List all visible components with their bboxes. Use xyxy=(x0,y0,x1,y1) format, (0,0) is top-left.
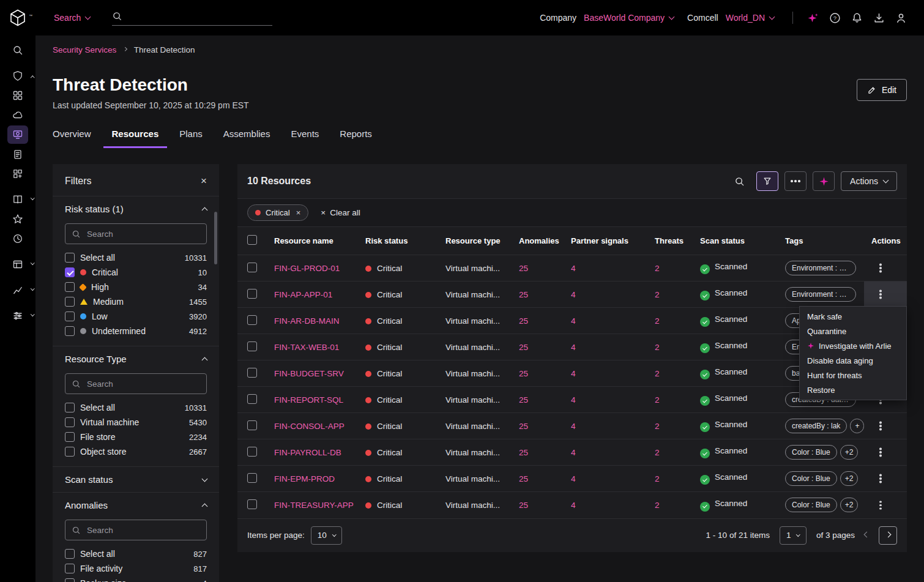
clear-all-filters[interactable]: × Clear all xyxy=(321,208,360,217)
table-row[interactable]: FIN-TREASURY-APP Critical Virtual machi.… xyxy=(237,492,907,518)
sidebar-monitoring-group[interactable] xyxy=(7,281,28,299)
tag-overflow-pill[interactable]: +2 xyxy=(840,445,859,460)
filter-checkbox[interactable] xyxy=(65,297,75,307)
table-row[interactable]: FIN-EPM-PROD Critical Virtual machi... 2… xyxy=(237,466,907,492)
filter-option[interactable]: Undetermined 4912 xyxy=(53,324,219,338)
row-checkbox[interactable] xyxy=(247,420,257,430)
close-filters-icon[interactable]: × xyxy=(201,175,207,187)
context-menu-item[interactable]: Restore xyxy=(800,382,906,397)
threats-link[interactable]: 2 xyxy=(655,474,660,483)
search-scope-dropdown[interactable]: Search xyxy=(54,13,90,23)
filter-checkbox[interactable] xyxy=(65,549,75,559)
row-actions-kebab[interactable] xyxy=(871,417,890,435)
risk-status-section-header[interactable]: Risk status (1) xyxy=(53,196,219,222)
tab[interactable]: Assemblies xyxy=(215,129,279,148)
row-checkbox[interactable] xyxy=(247,368,257,378)
table-search-button[interactable] xyxy=(728,171,750,191)
actions-dropdown-button[interactable]: Actions xyxy=(841,171,897,191)
filter-option[interactable]: Medium 1455 xyxy=(53,294,219,309)
sidebar-search[interactable] xyxy=(7,41,28,59)
filter-option[interactable]: Virtual machine 5430 xyxy=(53,415,219,430)
select-all-checkbox[interactable] xyxy=(247,235,257,245)
filter-checkbox[interactable] xyxy=(65,447,75,457)
resource-name-link[interactable]: FIN-EPM-PROD xyxy=(274,474,335,483)
row-checkbox[interactable] xyxy=(247,499,257,509)
context-menu-item[interactable]: Investigate with Arlie xyxy=(800,338,906,353)
filter-checkbox[interactable] xyxy=(65,432,75,442)
filter-option[interactable]: Critical 10 xyxy=(53,265,219,280)
sidebar-dashboard[interactable] xyxy=(7,86,28,105)
tag-pill[interactable]: Color : Blue xyxy=(785,498,837,512)
filter-option[interactable]: Select all 10331 xyxy=(53,400,219,415)
context-menu-item[interactable]: Hunt for threats xyxy=(800,368,906,382)
filter-checkbox[interactable] xyxy=(65,267,75,277)
notifications-button[interactable] xyxy=(849,10,864,25)
tag-pill[interactable]: Environment : PM xyxy=(785,261,856,275)
threats-link[interactable]: 2 xyxy=(655,395,660,405)
partner-signals-link[interactable]: 4 xyxy=(571,264,576,273)
resource-type-search[interactable] xyxy=(65,373,207,394)
resource-name-link[interactable]: FIN-AP-APP-01 xyxy=(274,290,332,299)
threats-link[interactable]: 2 xyxy=(655,343,660,352)
partner-signals-link[interactable]: 4 xyxy=(571,422,576,431)
partner-signals-link[interactable]: 4 xyxy=(571,395,576,405)
sidebar-history[interactable] xyxy=(7,229,28,248)
anomalies-link[interactable]: 25 xyxy=(519,343,528,352)
filter-checkbox[interactable] xyxy=(65,312,75,321)
tag-pill[interactable]: createdBy : lak xyxy=(785,419,847,433)
global-search-input[interactable] xyxy=(128,11,272,22)
tag-overflow-pill[interactable]: + xyxy=(850,419,864,433)
filter-checkbox[interactable] xyxy=(65,417,75,427)
filter-toggle-button[interactable] xyxy=(756,171,778,191)
threats-link[interactable]: 2 xyxy=(655,264,660,273)
resource-type-search-input[interactable] xyxy=(86,379,200,389)
resource-name-link[interactable]: FIN-TAX-WEB-01 xyxy=(274,343,339,352)
sidebar-threat-detection[interactable] xyxy=(7,125,28,144)
table-row[interactable]: FIN-PAYROLL-DB Critical Virtual machi...… xyxy=(237,439,907,466)
partner-signals-link[interactable]: 4 xyxy=(571,501,576,510)
tag-overflow-pill[interactable]: +2 xyxy=(840,498,859,512)
row-checkbox[interactable] xyxy=(247,263,257,272)
sidebar-settings-group[interactable] xyxy=(7,307,28,325)
partner-signals-link[interactable]: 4 xyxy=(571,316,576,326)
anomalies-link[interactable]: 25 xyxy=(519,290,528,299)
items-per-page-select[interactable]: 10 xyxy=(311,526,343,545)
filter-checkbox[interactable] xyxy=(65,403,75,412)
previous-page-button[interactable] xyxy=(865,534,869,537)
partner-signals-link[interactable]: 4 xyxy=(571,448,576,457)
partner-signals-link[interactable]: 4 xyxy=(571,290,576,299)
resource-name-link[interactable]: FIN-TREASURY-APP xyxy=(274,501,354,510)
resource-name-link[interactable]: FIN-REPORT-SQL xyxy=(274,395,343,405)
anomalies-link[interactable]: 25 xyxy=(519,448,528,457)
row-actions-kebab[interactable] xyxy=(871,469,890,488)
filter-option[interactable]: Object store 2667 xyxy=(53,444,219,459)
filter-option[interactable]: Low 3920 xyxy=(53,309,219,324)
threats-link[interactable]: 2 xyxy=(655,501,660,510)
filter-option[interactable]: Select all 827 xyxy=(53,547,219,561)
account-button[interactable] xyxy=(893,10,908,25)
filter-checkbox[interactable] xyxy=(65,253,75,263)
filter-option[interactable]: Select all 10331 xyxy=(53,250,219,265)
tag-pill[interactable]: Environment : PM xyxy=(785,287,856,302)
active-filter-chip[interactable]: Critical × xyxy=(247,204,308,221)
edit-button[interactable]: Edit xyxy=(857,79,907,101)
resource-name-link[interactable]: FIN-CONSOL-APP xyxy=(274,422,345,431)
sidebar-security-group[interactable] xyxy=(7,67,28,85)
threats-link[interactable]: 2 xyxy=(655,422,660,431)
tag-pill[interactable]: Color : Blue xyxy=(785,445,837,460)
downloads-button[interactable] xyxy=(871,10,886,25)
sidebar-reports[interactable] xyxy=(7,145,28,163)
row-checkbox[interactable] xyxy=(247,447,257,457)
threats-link[interactable]: 2 xyxy=(655,290,660,299)
anomalies-section-header[interactable]: Anomalies xyxy=(53,492,219,518)
commcell-dropdown[interactable]: World_DN xyxy=(726,13,774,23)
anomalies-link[interactable]: 25 xyxy=(519,264,528,273)
company-dropdown[interactable]: BaseWorld Company xyxy=(584,13,674,23)
resource-type-section-header[interactable]: Resource Type xyxy=(53,346,219,371)
tab[interactable]: Overview xyxy=(44,129,100,148)
table-row[interactable]: FIN-GL-PROD-01 Critical Virtual machi...… xyxy=(237,255,907,282)
filter-option[interactable]: Backup size 4 xyxy=(53,576,219,582)
sidebar-knowledge-group[interactable] xyxy=(7,190,28,209)
anomalies-search[interactable] xyxy=(65,520,207,540)
row-actions-kebab[interactable] xyxy=(871,285,890,304)
